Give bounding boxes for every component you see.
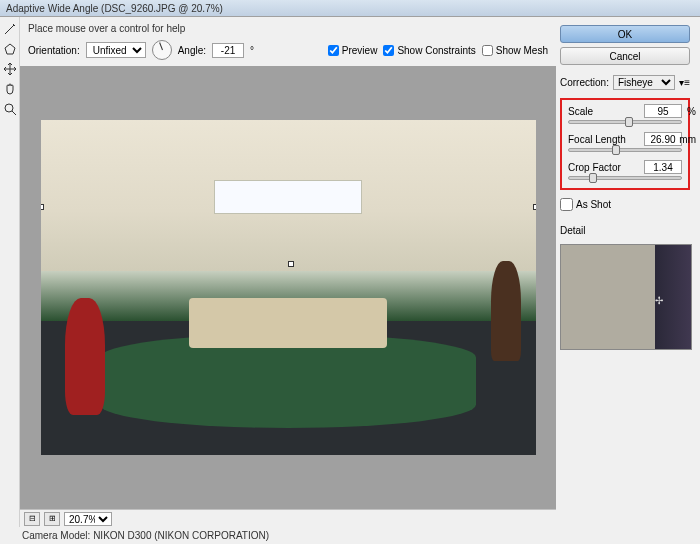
orientation-select[interactable]: Unfixed xyxy=(86,42,146,58)
orientation-label: Orientation: xyxy=(28,45,80,56)
as-shot-checkbox-group[interactable]: As Shot xyxy=(560,198,690,211)
focal-value[interactable] xyxy=(644,132,682,146)
svg-point-0 xyxy=(5,104,13,112)
crop-handle[interactable] xyxy=(41,204,44,210)
scale-label: Scale xyxy=(568,106,593,117)
ok-button[interactable]: OK xyxy=(560,25,690,43)
main-area: Place mouse over a control for help Orie… xyxy=(0,17,700,527)
angle-dial[interactable] xyxy=(152,40,172,60)
zoom-select[interactable]: 20.7% xyxy=(64,512,112,526)
preview-image xyxy=(41,120,536,455)
crop-slider-row: Crop Factor xyxy=(568,160,682,180)
scale-value[interactable] xyxy=(644,104,682,118)
correction-label: Correction: xyxy=(560,77,609,88)
status-bar: ⊟ ⊞ 20.7% xyxy=(20,509,556,527)
as-shot-checkbox[interactable] xyxy=(560,198,573,211)
image-canvas[interactable] xyxy=(20,66,556,509)
left-panel: Place mouse over a control for help Orie… xyxy=(0,17,556,527)
correction-row: Correction: Fisheye ▾≡ xyxy=(560,75,690,90)
cancel-button[interactable]: Cancel xyxy=(560,47,690,65)
options-bar: Orientation: Unfixed Angle: ° Preview Sh… xyxy=(20,38,556,66)
detail-crosshair-icon: ✢ xyxy=(655,295,663,306)
highlighted-controls: Scale % Focal Length mm Crop Factor xyxy=(560,98,690,190)
scale-slider[interactable] xyxy=(568,120,682,124)
move-tool-icon[interactable] xyxy=(2,61,18,77)
right-panel: OK Cancel Correction: Fisheye ▾≡ Scale %… xyxy=(556,17,700,527)
canvas-area: Place mouse over a control for help Orie… xyxy=(20,17,556,527)
metadata-info: Camera Model: NIKON D300 (NIKON CORPORAT… xyxy=(0,527,700,544)
crop-handle[interactable] xyxy=(533,204,536,210)
crop-slider[interactable] xyxy=(568,176,682,180)
zoom-in-button[interactable]: ⊞ xyxy=(44,512,60,526)
window-title: Adaptive Wide Angle (DSC_9260.JPG @ 20.7… xyxy=(6,3,223,14)
degree-symbol: ° xyxy=(250,45,254,56)
crop-value[interactable] xyxy=(644,160,682,174)
scale-unit: % xyxy=(687,106,696,117)
crop-handle[interactable] xyxy=(288,261,294,267)
constraint-tool-icon[interactable] xyxy=(2,21,18,37)
focal-label: Focal Length xyxy=(568,134,626,145)
scale-slider-row: Scale % xyxy=(568,104,682,124)
help-text: Place mouse over a control for help xyxy=(20,17,556,38)
hand-tool-icon[interactable] xyxy=(2,81,18,97)
constraints-checkbox[interactable] xyxy=(383,45,394,56)
detail-preview[interactable]: ✢ xyxy=(560,244,692,350)
correction-select[interactable]: Fisheye xyxy=(613,75,675,90)
angle-label: Angle: xyxy=(178,45,206,56)
zoom-out-button[interactable]: ⊟ xyxy=(24,512,40,526)
angle-input[interactable] xyxy=(212,43,244,58)
polygon-tool-icon[interactable] xyxy=(2,41,18,57)
mesh-checkbox-group[interactable]: Show Mesh xyxy=(482,45,548,56)
detail-label: Detail xyxy=(560,225,690,236)
preview-checkbox-group[interactable]: Preview xyxy=(328,45,378,56)
title-bar: Adaptive Wide Angle (DSC_9260.JPG @ 20.7… xyxy=(0,0,700,17)
tool-palette xyxy=(0,17,20,527)
focal-slider-row: Focal Length mm xyxy=(568,132,682,152)
focal-slider[interactable] xyxy=(568,148,682,152)
constraints-checkbox-group[interactable]: Show Constraints xyxy=(383,45,475,56)
mesh-checkbox[interactable] xyxy=(482,45,493,56)
focal-unit: mm xyxy=(679,134,696,145)
preview-checkbox[interactable] xyxy=(328,45,339,56)
camera-model: NIKON D300 (NIKON CORPORATION) xyxy=(93,530,269,541)
crop-label: Crop Factor xyxy=(568,162,621,173)
zoom-tool-icon[interactable] xyxy=(2,101,18,117)
panel-menu-icon[interactable]: ▾≡ xyxy=(679,77,690,88)
